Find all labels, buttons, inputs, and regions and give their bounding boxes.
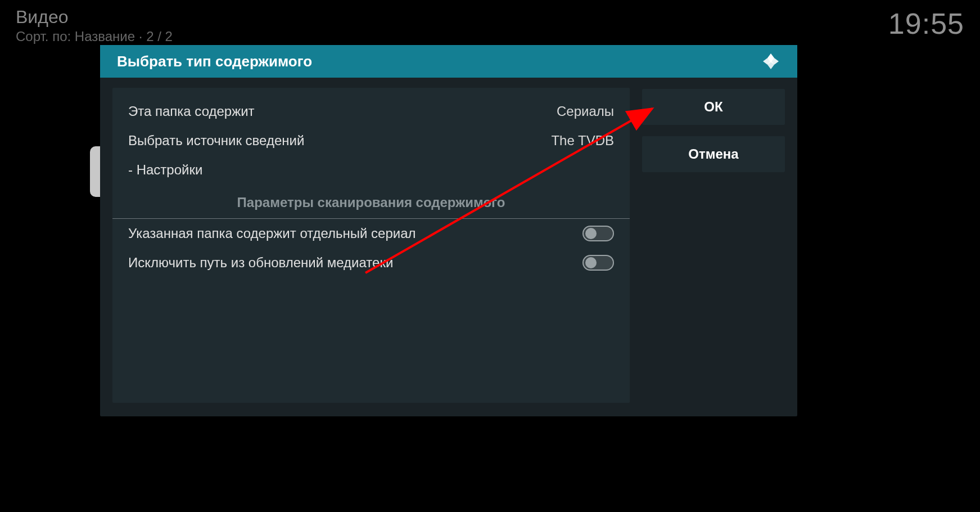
setting-value: The TVDB [551, 133, 614, 149]
toggle-knob [585, 257, 597, 268]
setting-info-source[interactable]: Выбрать источник сведений The TVDB [112, 126, 630, 155]
toggle-label: Указанная папка содержит отдельный сериа… [128, 226, 416, 241]
sort-info: Сорт. по: Название · 2 / 2 [16, 29, 173, 44]
sort-prefix: Сорт. по: [16, 29, 75, 44]
scanning-section-header: Параметры сканирования содержимого [112, 185, 630, 218]
setting-value: Сериалы [557, 104, 614, 119]
settings-list: Эта папка содержит Сериалы Выбрать источ… [112, 88, 630, 185]
sort-value: Название [75, 29, 135, 44]
dialog-button-panel: ОК Отмена [642, 88, 785, 403]
toggle-switch[interactable] [582, 255, 614, 271]
setting-label: - Настройки [128, 162, 202, 178]
content-type-dialog: Выбрать тип содержимого Эта папка содерж… [100, 45, 797, 416]
toggle-switch[interactable] [582, 226, 614, 241]
setting-folder-contains[interactable]: Эта папка содержит Сериалы [112, 97, 630, 126]
toggle-single-series[interactable]: Указанная папка содержит отдельный сериа… [112, 219, 630, 248]
kodi-logo-icon [761, 52, 780, 71]
background-header: Видео Сорт. по: Название · 2 / 2 19:55 [0, 0, 980, 51]
dialog-body: Эта папка содержит Сериалы Выбрать источ… [100, 78, 797, 416]
page-indicator: 2 / 2 [146, 29, 173, 44]
background-header-left: Видео Сорт. по: Название · 2 / 2 [16, 7, 173, 44]
dialog-header: Выбрать тип содержимого [100, 45, 797, 78]
setting-label: Выбрать источник сведений [128, 133, 304, 149]
cancel-button[interactable]: Отмена [642, 136, 785, 172]
sort-separator: · [135, 29, 146, 44]
clock: 19:55 [888, 7, 964, 41]
toggle-exclude-path[interactable]: Исключить путь из обновлений медиатеки [112, 248, 630, 277]
toggle-label: Исключить путь из обновлений медиатеки [128, 255, 393, 271]
toggle-knob [585, 228, 597, 239]
settings-panel: Эта папка содержит Сериалы Выбрать источ… [112, 88, 630, 403]
ok-button[interactable]: ОК [642, 89, 785, 125]
page-title: Видео [16, 7, 173, 28]
setting-sub-settings[interactable]: - Настройки [112, 155, 630, 185]
dialog-title: Выбрать тип содержимого [117, 53, 312, 70]
setting-label: Эта папка содержит [128, 104, 255, 119]
